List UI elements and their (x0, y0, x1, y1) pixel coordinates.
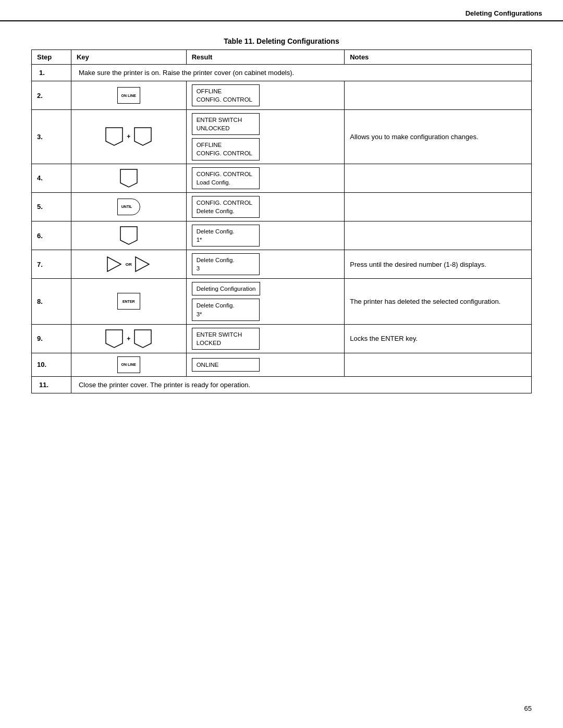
svg-marker-0 (106, 128, 123, 145)
key-8: ENTER (71, 279, 186, 324)
table-row: 11. Close the printer cover. The printer… (32, 376, 532, 393)
table-row: 7. OR (32, 250, 532, 279)
key-5: UNTIL (71, 192, 186, 221)
svg-marker-3 (120, 227, 137, 244)
key-shape-container: UNTIL (77, 199, 181, 215)
notes-2 (345, 81, 532, 110)
display-box-7: Delete Config.3 (192, 253, 260, 275)
display-box-3a: ENTER SWITCHUNLOCKED (192, 113, 260, 135)
key-2: ON LINE (71, 81, 186, 110)
arrow-left-key (106, 256, 123, 273)
table-row: 8. ENTER Deleting Configuration Delete C… (32, 279, 532, 324)
table-header-row: Step Key Result Notes (32, 50, 532, 65)
svg-marker-5 (136, 257, 149, 272)
table-row: 4. CONFIG. CONTROLLoad Config. (32, 164, 532, 192)
table-row: 5. UNTIL CONFIG. CONTROLDelete Config. (32, 192, 532, 221)
key-shape-container: ON LINE (77, 87, 181, 104)
until-key: UNTIL (117, 199, 140, 215)
pentagon-key-2 (133, 127, 152, 146)
svg-marker-6 (106, 330, 123, 348)
step-5: 5. (32, 192, 71, 221)
result-7: Delete Config.3 (186, 250, 345, 279)
result-5: CONFIG. CONTROLDelete Config. (186, 192, 345, 221)
result-3: ENTER SWITCHUNLOCKED OFFLINECONFIG. CONT… (186, 110, 345, 164)
key-6 (71, 221, 186, 250)
svg-marker-7 (134, 330, 151, 348)
row-11-text: Close the printer cover. The printer is … (71, 376, 531, 393)
key-shape-container (77, 226, 181, 245)
step-1: 1. (32, 65, 71, 81)
pentagon-key-4 (119, 168, 138, 188)
display-box-9: ENTER SWITCHLOCKED (192, 328, 260, 350)
pentagon-key-6 (119, 226, 138, 245)
key-shape-container: OR (77, 256, 181, 273)
arrow-right-key (134, 256, 151, 273)
key-10: ON LINE (71, 353, 186, 376)
result-2: OFFLINECONFIG. CONTROL (186, 81, 345, 110)
notes-6 (345, 221, 532, 250)
step-6: 6. (32, 221, 71, 250)
table-row: 1. Make sure the printer is on. Raise th… (32, 65, 532, 81)
result-6: Delete Config.1* (186, 221, 345, 250)
table-row: 9. + (32, 324, 532, 353)
col-header-key: Key (71, 50, 186, 65)
notes-3: Allows you to make configuration changes… (345, 110, 532, 164)
key-shape-container: ENTER (77, 293, 181, 310)
svg-marker-2 (120, 169, 137, 187)
plus-sign-9: + (127, 335, 130, 342)
enter-key: ENTER (117, 293, 140, 310)
step-7: 7. (32, 250, 71, 279)
key-shape-container: ON LINE (77, 356, 181, 373)
plus-sign: + (127, 133, 130, 140)
key-label: ENTER (123, 300, 135, 303)
page-number: 65 (524, 705, 532, 712)
notes-4 (345, 164, 532, 192)
notes-5 (345, 192, 532, 221)
row-1-text: Make sure the printer is on. Raise the p… (71, 65, 531, 81)
pentagon-key-9b (133, 329, 152, 349)
display-box-10: ONLINE (192, 358, 260, 372)
result-4: CONFIG. CONTROLLoad Config. (186, 164, 345, 192)
on-line-key: ON LINE (117, 87, 140, 104)
result-10: ONLINE (186, 353, 345, 376)
notes-7: Press until the desired number (1-8) dis… (345, 250, 532, 279)
col-header-result: Result (186, 50, 345, 65)
table-title: Table 11. Deleting Configurations (31, 37, 532, 45)
col-header-notes: Notes (345, 50, 532, 65)
svg-marker-1 (134, 128, 151, 145)
display-box-6: Delete Config.1* (192, 225, 260, 246)
key-shape-container: + (77, 329, 181, 349)
display-box-4: CONFIG. CONTROLLoad Config. (192, 167, 260, 189)
page-header: Deleting Configurations (0, 0, 563, 21)
display-box-8a: Deleting Configuration (192, 282, 261, 295)
key-label: ON LINE (121, 94, 136, 97)
step-10: 10. (32, 353, 71, 376)
col-header-step: Step (32, 50, 71, 65)
step-4: 4. (32, 164, 71, 192)
pentagon-key-9a (105, 329, 124, 349)
pentagon-key (105, 127, 124, 146)
table-row: 10. ON LINE ONLINE (32, 353, 532, 376)
key-label: ON LINE (121, 363, 136, 366)
or-label: OR (126, 262, 132, 267)
table-row: 3. + (32, 110, 532, 164)
key-3: + (71, 110, 186, 164)
step-8: 8. (32, 279, 71, 324)
main-table: Step Key Result Notes 1. Make sure the p… (31, 50, 532, 393)
result-8: Deleting Configuration Delete Config.3* (186, 279, 345, 324)
step-3: 3. (32, 110, 71, 164)
notes-9: Locks the ENTER key. (345, 324, 532, 353)
step-11: 11. (32, 376, 71, 393)
svg-marker-4 (107, 257, 121, 272)
display-box: OFFLINECONFIG. CONTROL (192, 84, 260, 106)
notes-10 (345, 353, 532, 376)
key-shape-container (77, 168, 181, 188)
table-row: 6. Delete Config.1* (32, 221, 532, 250)
key-9: + (71, 324, 186, 353)
on-line-key-10: ON LINE (117, 356, 140, 373)
key-4 (71, 164, 186, 192)
step-9: 9. (32, 324, 71, 353)
display-box-3b: OFFLINECONFIG. CONTROL (192, 138, 260, 160)
key-shape-container: + (77, 127, 181, 146)
header-title: Deleting Configurations (466, 9, 542, 17)
